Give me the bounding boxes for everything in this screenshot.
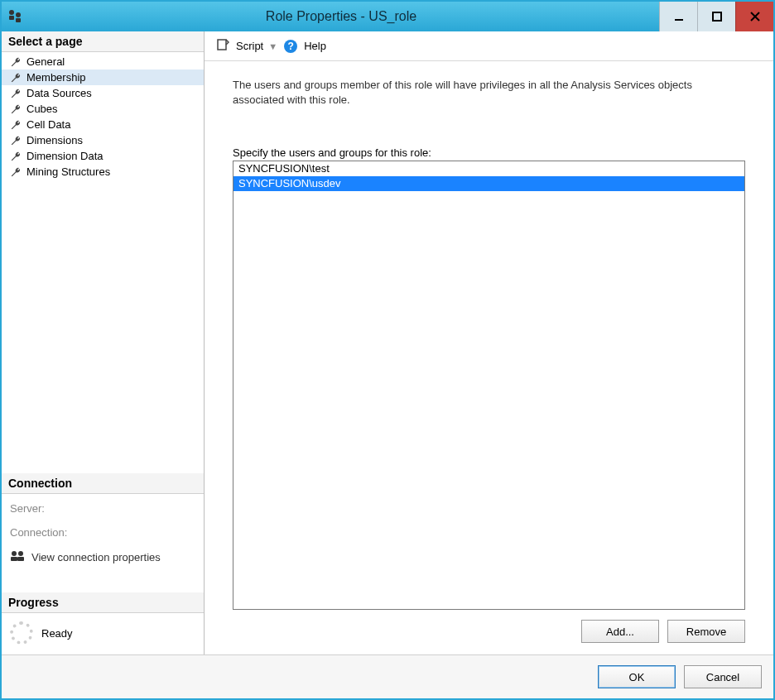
remove-button[interactable]: Remove [667, 620, 745, 643]
svg-rect-1 [9, 16, 14, 20]
sidebar-page-dimensions[interactable]: Dimensions [2, 132, 204, 148]
sidebar-page-cell-data[interactable]: Cell Data [2, 117, 204, 132]
sidebar-page-label: Cell Data [26, 118, 70, 131]
sidebar-page-label: Dimensions [26, 134, 83, 146]
server-label: Server: [10, 502, 195, 515]
add-button[interactable]: Add... [581, 620, 659, 643]
close-button[interactable] [735, 2, 773, 31]
sidebar-page-label: General [26, 55, 65, 68]
main-columns: Select a page GeneralMembershipData Sour… [2, 31, 773, 654]
progress-block: Ready [2, 613, 204, 654]
people-icon [10, 550, 25, 564]
script-icon [216, 38, 229, 54]
content-inner: The users and groups member of this role… [205, 61, 773, 654]
progress-spinner-icon [10, 621, 33, 645]
wrench-icon [10, 135, 22, 146]
titlebar-left [2, 2, 23, 31]
wrench-icon [10, 56, 22, 68]
svg-rect-3 [16, 18, 21, 22]
page-list: GeneralMembershipData SourcesCubesCell D… [2, 52, 204, 181]
wrench-icon [10, 88, 22, 99]
users-buttons: Add... Remove [233, 620, 745, 643]
progress-status: Ready [41, 627, 73, 640]
sidebar-page-label: Data Sources [26, 87, 92, 99]
sidebar-page-membership[interactable]: Membership [2, 70, 204, 85]
help-button[interactable]: Help [304, 40, 326, 52]
sidebar-page-label: Membership [26, 71, 86, 84]
select-page-header: Select a page [2, 31, 204, 52]
app-icon [7, 8, 23, 25]
wrench-icon [10, 166, 22, 178]
cancel-button[interactable]: Cancel [684, 665, 762, 688]
sidebar-page-dimension-data[interactable]: Dimension Data [2, 148, 204, 164]
sidebar-page-mining-structures[interactable]: Mining Structures [2, 164, 204, 180]
connection-block: Server: Connection: View connection prop… [2, 494, 204, 569]
sidebar-page-label: Cubes [26, 103, 58, 115]
connection-header: Connection [2, 473, 204, 494]
progress-header: Progress [2, 592, 204, 613]
svg-rect-5 [713, 12, 721, 21]
script-dropdown-icon[interactable]: ▼ [268, 41, 277, 51]
sidebar: Select a page GeneralMembershipData Sour… [2, 31, 205, 654]
wrench-icon [10, 119, 22, 131]
user-row[interactable]: SYNCFUSION\usdev [233, 176, 744, 191]
view-connection-properties-label: View connection properties [31, 551, 161, 563]
sidebar-page-label: Mining Structures [26, 165, 110, 178]
svg-rect-9 [17, 557, 24, 561]
sidebar-page-general[interactable]: General [2, 54, 204, 70]
help-icon: ? [284, 40, 297, 53]
svg-rect-7 [11, 557, 17, 561]
svg-rect-4 [675, 19, 683, 21]
sidebar-page-label: Dimension Data [26, 150, 103, 162]
users-listbox[interactable]: SYNCFUSION\testSYNCFUSION\usdev [233, 161, 745, 610]
content: Script ▼ ? Help The users and groups mem… [205, 31, 773, 654]
dialog-body: Select a page GeneralMembershipData Sour… [2, 31, 773, 698]
wrench-icon [10, 103, 22, 115]
wrench-icon [10, 151, 22, 162]
connection-label: Connection: [10, 526, 195, 539]
svg-point-6 [12, 551, 17, 556]
user-row[interactable]: SYNCFUSION\test [233, 161, 744, 176]
svg-point-2 [16, 12, 21, 17]
users-list-label: Specify the users and groups for this ro… [233, 146, 745, 159]
svg-point-0 [9, 10, 14, 15]
svg-point-8 [18, 551, 23, 556]
ok-button[interactable]: OK [598, 665, 676, 688]
window-controls [659, 2, 773, 31]
role-description: The users and groups member of this role… [233, 78, 729, 107]
svg-rect-10 [218, 40, 226, 50]
toolbar: Script ▼ ? Help [205, 31, 773, 61]
view-connection-properties[interactable]: View connection properties [10, 550, 195, 564]
role-properties-dialog: Role Properties - US_role Select a page … [0, 0, 775, 700]
minimize-button[interactable] [659, 2, 697, 31]
sidebar-page-cubes[interactable]: Cubes [2, 101, 204, 117]
maximize-button[interactable] [697, 2, 735, 31]
dialog-footer: OK Cancel [2, 654, 773, 698]
wrench-icon [10, 72, 22, 84]
window-title: Role Properties - US_role [23, 2, 659, 31]
titlebar: Role Properties - US_role [2, 2, 773, 31]
script-button[interactable]: Script [236, 40, 263, 52]
sidebar-page-data-sources[interactable]: Data Sources [2, 85, 204, 101]
